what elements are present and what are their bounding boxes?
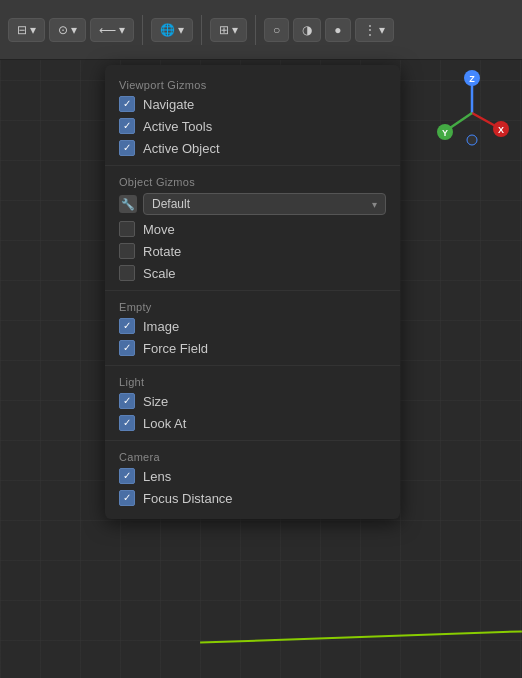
lens-item[interactable]: ✓ Lens [105, 465, 400, 487]
divider-2 [105, 290, 400, 291]
force-field-checkbox[interactable]: ✓ [119, 340, 135, 356]
object-gizmos-label: Object Gizmos [105, 172, 400, 190]
navigate-label: Navigate [143, 97, 194, 112]
object-gizmos-dropdown-row: 🔧 Default ▾ [105, 190, 400, 218]
pivot-btn[interactable]: ⟵ ▾ [90, 18, 134, 42]
snap-icon: 🌐 [160, 23, 175, 37]
lens-checkbox[interactable]: ✓ [119, 468, 135, 484]
size-check-icon: ✓ [123, 396, 131, 406]
object-gizmos-dropdown-icon: 🔧 [119, 195, 137, 213]
force-field-check-icon: ✓ [123, 343, 131, 353]
size-checkbox[interactable]: ✓ [119, 393, 135, 409]
look-at-label: Look At [143, 416, 186, 431]
force-field-item[interactable]: ✓ Force Field [105, 337, 400, 359]
pivot-icon: ⟵ [99, 23, 116, 37]
shading-solid-btn[interactable]: ○ [264, 18, 289, 42]
separator-2 [201, 15, 202, 45]
divider-1 [105, 165, 400, 166]
shading-render-btn[interactable]: ● [325, 18, 350, 42]
lens-label: Lens [143, 469, 171, 484]
snap-chevron: ▾ [178, 23, 184, 37]
size-item[interactable]: ✓ Size [105, 390, 400, 412]
view-chevron: ▾ [71, 23, 77, 37]
dropdown-chevron-icon: ▾ [372, 199, 377, 210]
active-object-label: Active Object [143, 141, 220, 156]
active-tools-checkbox[interactable]: ✓ [119, 118, 135, 134]
active-tools-item[interactable]: ✓ Active Tools [105, 115, 400, 137]
camera-section-label: Camera [105, 447, 400, 465]
shading-render-icon: ● [334, 23, 341, 37]
move-label: Move [143, 222, 175, 237]
svg-text:Y: Y [442, 128, 448, 138]
toolbar: ⊟ ▾ ⊙ ▾ ⟵ ▾ 🌐 ▾ ⊞ ▾ ○ ◑ ● ⋮ ▾ [0, 0, 522, 60]
focus-distance-label: Focus Distance [143, 491, 233, 506]
svg-point-9 [467, 135, 477, 145]
look-at-checkbox[interactable]: ✓ [119, 415, 135, 431]
rotate-item[interactable]: Rotate [105, 240, 400, 262]
image-check-icon: ✓ [123, 321, 131, 331]
active-object-item[interactable]: ✓ Active Object [105, 137, 400, 159]
empty-label: Empty [105, 297, 400, 315]
proportional-btn[interactable]: ⊞ ▾ [210, 18, 247, 42]
layout-icon: ⊟ [17, 23, 27, 37]
shading-mat-icon: ◑ [302, 23, 312, 37]
rotate-label: Rotate [143, 244, 181, 259]
active-tools-check-icon: ✓ [123, 121, 131, 131]
svg-text:Z: Z [469, 74, 475, 84]
navigate-checkbox[interactable]: ✓ [119, 96, 135, 112]
proportional-chevron: ▾ [232, 23, 238, 37]
view-icon: ⊙ [58, 23, 68, 37]
shading-solid-icon: ○ [273, 23, 280, 37]
layout-chevron: ▾ [30, 23, 36, 37]
active-object-checkbox[interactable]: ✓ [119, 140, 135, 156]
scale-checkbox[interactable] [119, 265, 135, 281]
separator-3 [255, 15, 256, 45]
focus-distance-item[interactable]: ✓ Focus Distance [105, 487, 400, 509]
image-checkbox[interactable]: ✓ [119, 318, 135, 334]
image-item[interactable]: ✓ Image [105, 315, 400, 337]
scale-label: Scale [143, 266, 176, 281]
navigate-item[interactable]: ✓ Navigate [105, 93, 400, 115]
active-tools-label: Active Tools [143, 119, 212, 134]
shading-extra-chevron: ▾ [379, 23, 385, 37]
rotate-checkbox[interactable] [119, 243, 135, 259]
lens-check-icon: ✓ [123, 471, 131, 481]
force-field-label: Force Field [143, 341, 208, 356]
light-section-label: Light [105, 372, 400, 390]
focus-distance-check-icon: ✓ [123, 493, 131, 503]
shading-extra-btn[interactable]: ⋮ ▾ [355, 18, 394, 42]
focus-distance-checkbox[interactable]: ✓ [119, 490, 135, 506]
move-checkbox[interactable] [119, 221, 135, 237]
separator-1 [142, 15, 143, 45]
proportional-icon: ⊞ [219, 23, 229, 37]
axis-gizmo: Z X Y [427, 68, 517, 158]
snap-btn[interactable]: 🌐 ▾ [151, 18, 193, 42]
look-at-check-icon: ✓ [123, 418, 131, 428]
layout-btn[interactable]: ⊟ ▾ [8, 18, 45, 42]
active-object-check-icon: ✓ [123, 143, 131, 153]
viewport-gizmos-panel: Viewport Gizmos ✓ Navigate ✓ Active Tool… [105, 65, 400, 519]
svg-text:X: X [498, 125, 504, 135]
viewport-gizmos-label: Viewport Gizmos [105, 75, 400, 93]
shading-mat-btn[interactable]: ◑ [293, 18, 321, 42]
wrench-icon: 🔧 [121, 198, 135, 211]
pivot-chevron: ▾ [119, 23, 125, 37]
view-btn[interactable]: ⊙ ▾ [49, 18, 86, 42]
look-at-item[interactable]: ✓ Look At [105, 412, 400, 434]
navigate-check-icon: ✓ [123, 99, 131, 109]
divider-3 [105, 365, 400, 366]
scale-item[interactable]: Scale [105, 262, 400, 284]
image-label: Image [143, 319, 179, 334]
shading-extra-icon: ⋮ [364, 23, 376, 37]
object-gizmos-value: Default [152, 197, 190, 211]
object-gizmos-select[interactable]: Default ▾ [143, 193, 386, 215]
divider-4 [105, 440, 400, 441]
size-label: Size [143, 394, 168, 409]
move-item[interactable]: Move [105, 218, 400, 240]
